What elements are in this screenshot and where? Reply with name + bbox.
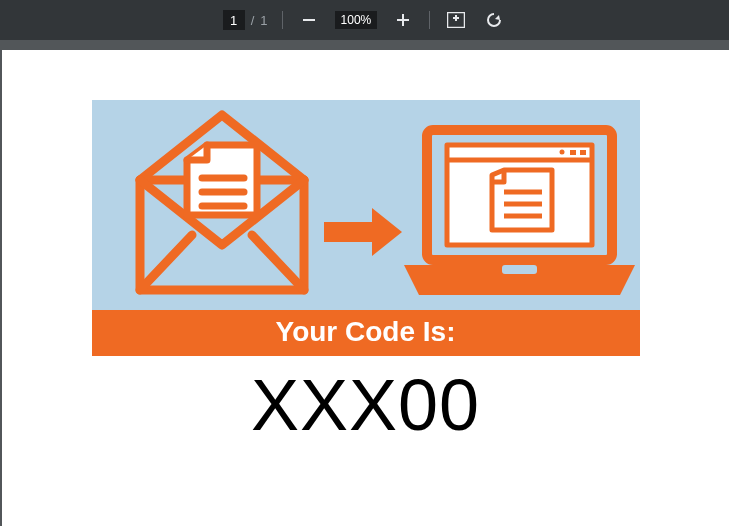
page-number-input[interactable] <box>223 10 245 30</box>
svg-rect-5 <box>455 15 457 21</box>
fit-page-button[interactable] <box>444 8 468 32</box>
svg-rect-10 <box>324 222 372 242</box>
zoom-in-button[interactable] <box>391 8 415 32</box>
page-indicator: / 1 <box>223 10 268 30</box>
zoom-out-icon <box>302 13 316 27</box>
rotate-icon <box>485 11 503 29</box>
pdf-toolbar: / 1 100% <box>0 0 729 40</box>
envelope-document-icon <box>140 115 304 290</box>
toolbar-separator <box>429 11 430 29</box>
arrow-right-icon <box>324 208 402 256</box>
rotate-button[interactable] <box>482 8 506 32</box>
svg-rect-20 <box>502 265 537 274</box>
code-banner: Your Code Is: <box>92 100 640 356</box>
pdf-viewport: Your Code Is: XXX00 <box>0 50 729 526</box>
banner-graphic <box>92 100 640 310</box>
page-separator: / <box>251 13 255 28</box>
pdf-page: Your Code Is: XXX00 <box>2 50 729 526</box>
banner-label: Your Code Is: <box>92 310 640 356</box>
svg-rect-16 <box>580 150 586 155</box>
svg-rect-15 <box>570 150 576 155</box>
svg-point-14 <box>559 150 564 155</box>
banner-svg <box>92 100 640 310</box>
svg-rect-0 <box>303 19 315 21</box>
svg-rect-2 <box>402 14 404 26</box>
zoom-in-icon <box>396 13 410 27</box>
laptop-document-icon <box>404 130 635 295</box>
fit-page-icon <box>447 12 465 28</box>
zoom-level[interactable]: 100% <box>335 11 378 29</box>
toolbar-separator <box>282 11 283 29</box>
code-value: XXX00 <box>251 364 480 446</box>
total-pages: 1 <box>260 13 267 28</box>
zoom-out-button[interactable] <box>297 8 321 32</box>
